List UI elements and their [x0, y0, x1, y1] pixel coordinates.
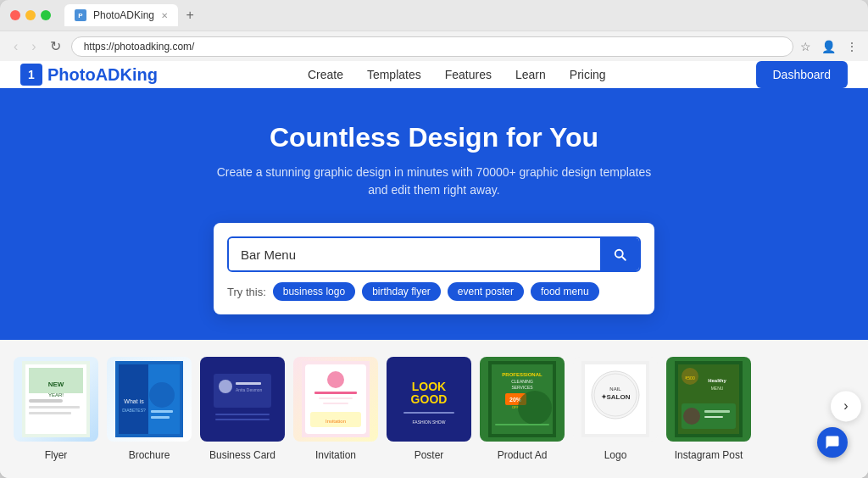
svg-rect-61	[704, 416, 723, 418]
search-input[interactable]	[229, 239, 600, 270]
template-label-poster: Poster	[415, 449, 444, 461]
page-content: 1 PhotoADKing Create Templates Features …	[0, 61, 868, 478]
template-thumb-brochure: What is DIABETES?	[107, 357, 192, 442]
svg-rect-22	[215, 419, 270, 420]
suggestion-event-poster[interactable]: event poster	[448, 282, 524, 301]
hero-section: Countless Design for You Create a stunni…	[0, 88, 868, 340]
next-button[interactable]: ›	[831, 391, 854, 421]
svg-point-25	[327, 371, 344, 388]
template-flyer[interactable]: NEW YEAR! Flyer	[14, 357, 98, 462]
traffic-lights	[10, 10, 51, 20]
search-suggestions: Try this: business logo birthday flyer e…	[227, 282, 641, 301]
suggestion-business-logo[interactable]: business logo	[273, 282, 355, 301]
address-bar: ‹ › ↻ https://photoadking.com/ ☆ 👤 ⋮	[0, 31, 868, 61]
svg-rect-28	[323, 403, 348, 404]
svg-rect-7	[29, 412, 71, 414]
tab-favicon: P	[75, 9, 86, 21]
svg-text:NEW: NEW	[48, 381, 64, 388]
site-logo: 1 PhotoADKing	[20, 64, 158, 86]
svg-text:FASHION SHOW: FASHION SHOW	[413, 420, 446, 425]
svg-text:Anita Desmon: Anita Desmon	[236, 387, 263, 392]
brochure-preview-icon: What is DIABETES?	[115, 361, 183, 437]
account-icon[interactable]: 👤	[821, 40, 836, 53]
nav-learn[interactable]: Learn	[515, 68, 546, 81]
template-thumb-poster: LOOK GOOD FASHION SHOW	[387, 357, 471, 442]
template-bizcard[interactable]: Anita Desmon Business Card	[200, 357, 285, 462]
nav-features[interactable]: Features	[445, 68, 492, 81]
search-button[interactable]	[600, 238, 639, 270]
svg-text:MENU: MENU	[711, 386, 724, 391]
template-invite[interactable]: Invitation Invitation	[293, 357, 378, 462]
site-nav: 1 PhotoADKing Create Templates Features …	[0, 61, 868, 88]
template-label-brochure: Brochure	[129, 449, 170, 461]
svg-text:GOOD: GOOD	[411, 392, 448, 406]
flyer-preview-icon: NEW YEAR!	[22, 361, 90, 437]
browser-window: P PhotoADKing ✕ + ‹ › ↻ https://photoadk…	[0, 0, 868, 478]
active-tab[interactable]: P PhotoADKing ✕	[64, 4, 178, 26]
tab-title: PhotoADKing	[93, 9, 154, 21]
template-instagram[interactable]: ₹500 Healthy MENU Instagram Post	[666, 357, 751, 462]
search-icon	[612, 247, 627, 262]
url-bar[interactable]: https://photoadking.com/	[71, 36, 793, 57]
template-label-productad: Product Ad	[498, 449, 548, 461]
search-row	[227, 236, 641, 272]
try-this-label: Try this:	[227, 286, 266, 298]
template-logo[interactable]: NAIL ✦SALON Logo	[573, 357, 658, 462]
svg-rect-26	[314, 392, 357, 394]
template-thumb-instagram: ₹500 Healthy MENU	[666, 357, 751, 442]
close-button[interactable]	[10, 10, 20, 20]
svg-text:CLEANING: CLEANING	[511, 379, 533, 384]
back-button[interactable]: ‹	[10, 37, 21, 56]
new-tab-button[interactable]: +	[181, 7, 198, 24]
chat-fab-button[interactable]	[817, 427, 848, 458]
maximize-button[interactable]	[41, 10, 51, 20]
bookmark-icon[interactable]: ☆	[800, 40, 811, 53]
hero-title: Countless Design for You	[17, 122, 851, 153]
svg-text:YEAR!: YEAR!	[48, 392, 64, 397]
svg-rect-34	[403, 412, 454, 414]
invite-preview-icon: Invitation	[302, 361, 370, 437]
nav-templates[interactable]: Templates	[367, 68, 421, 81]
dashboard-button[interactable]: Dashboard	[756, 61, 849, 88]
minimize-button[interactable]	[25, 10, 36, 20]
svg-rect-5	[29, 399, 63, 403]
nav-pricing[interactable]: Pricing	[570, 68, 606, 81]
svg-text:✦SALON: ✦SALON	[601, 393, 631, 401]
template-poster[interactable]: LOOK GOOD FASHION SHOW Poster	[387, 357, 471, 462]
template-thumb-productad: PROFESSIONAL CLEANING SERVICES 20% OFF	[480, 357, 565, 442]
template-label-bizcard: Business Card	[209, 449, 275, 461]
svg-rect-60	[704, 410, 730, 413]
svg-text:SERVICES: SERVICES	[511, 385, 533, 390]
svg-text:NAIL: NAIL	[609, 386, 621, 392]
browser-titlebar: P PhotoADKing ✕ +	[0, 0, 868, 31]
search-container: Try this: business logo birthday flyer e…	[214, 223, 654, 314]
bizcard-preview-icon: Anita Desmon	[209, 361, 276, 437]
forward-button[interactable]: ›	[28, 37, 39, 56]
svg-rect-27	[319, 397, 353, 399]
svg-text:Invitation: Invitation	[326, 419, 346, 424]
templates-section: NEW YEAR! Flyer	[0, 340, 868, 478]
svg-rect-6	[29, 406, 80, 409]
suggestion-birthday-flyer[interactable]: birthday flyer	[362, 282, 441, 301]
template-thumb-bizcard: Anita Desmon	[200, 357, 285, 442]
reload-button[interactable]: ↻	[47, 36, 64, 56]
template-thumb-flyer: NEW YEAR!	[14, 357, 98, 442]
template-brochure[interactable]: What is DIABETES? Brochure	[107, 357, 192, 462]
svg-point-13	[149, 382, 175, 408]
template-label-invite: Invitation	[315, 449, 356, 461]
svg-point-18	[219, 380, 232, 393]
svg-rect-21	[215, 414, 270, 415]
svg-text:PROFESSIONAL: PROFESSIONAL	[502, 372, 542, 377]
template-productad[interactable]: PROFESSIONAL CLEANING SERVICES 20% OFF	[480, 357, 565, 462]
suggestion-food-menu[interactable]: food menu	[531, 282, 599, 301]
template-thumb-logo: NAIL ✦SALON	[573, 357, 658, 442]
productad-preview-icon: PROFESSIONAL CLEANING SERVICES 20% OFF	[488, 361, 556, 437]
svg-point-44	[518, 391, 552, 425]
logo-preview-icon: NAIL ✦SALON	[581, 361, 649, 437]
tab-bar: P PhotoADKing ✕ +	[64, 4, 858, 26]
menu-icon[interactable]: ⋮	[846, 40, 858, 53]
tab-close-button[interactable]: ✕	[161, 11, 168, 20]
nav-create[interactable]: Create	[308, 68, 343, 81]
svg-text:₹500: ₹500	[685, 375, 695, 381]
logo-text: PhotoADKing	[47, 65, 158, 85]
